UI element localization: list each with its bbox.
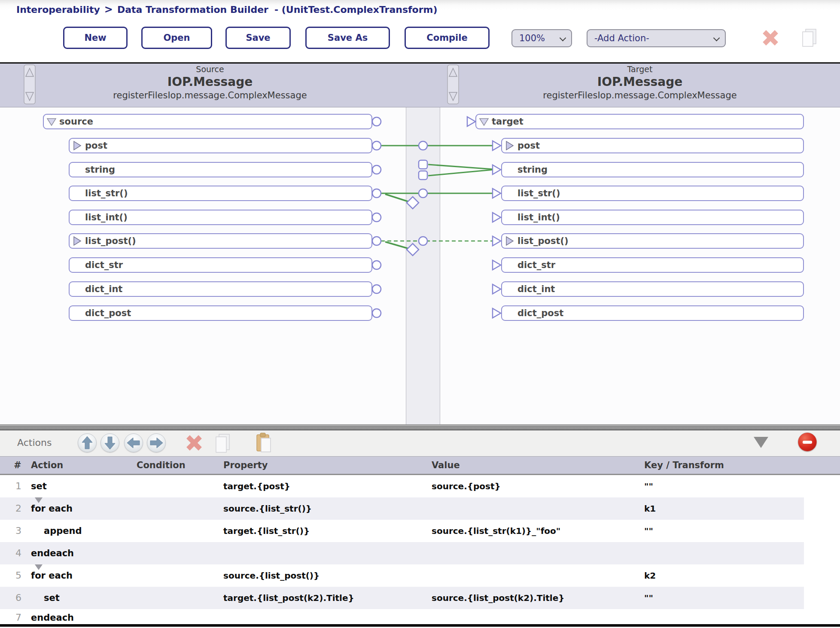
- left-arrow-icon: [125, 434, 143, 452]
- expand-triangle-icon[interactable]: [72, 235, 85, 247]
- breadcrumb: Interoperability>Data Transformation Bui…: [16, 3, 438, 15]
- down-arrow-icon: [101, 434, 119, 452]
- foreach-dropdown-icon[interactable]: [35, 497, 43, 503]
- expand-triangle-icon[interactable]: [505, 235, 517, 247]
- breadcrumb-page-title: Data Transformation Builder: [117, 4, 268, 15]
- zoom-value: 100%: [519, 33, 545, 43]
- row-number: 5: [10, 564, 21, 587]
- target-node-dict_int[interactable]: dict_int: [501, 281, 804, 297]
- target-node-post[interactable]: post: [501, 138, 804, 153]
- node-label: dict_post: [85, 308, 131, 318]
- new-button[interactable]: New: [63, 27, 128, 49]
- target-scroll-spinner[interactable]: [447, 64, 459, 104]
- move-right-button[interactable]: [147, 433, 166, 452]
- key-cell: k2: [644, 564, 656, 587]
- node-label: list_str(): [517, 188, 560, 198]
- target-node-dict_post[interactable]: dict_post: [501, 305, 804, 321]
- action-cell: set: [31, 475, 47, 497]
- actions-title: Actions: [17, 437, 52, 448]
- source-node-post[interactable]: post: [69, 138, 372, 153]
- copy-action-icon[interactable]: [215, 433, 231, 453]
- action-row-6[interactable]: 6 set target.{list_post(k2).Title} sourc…: [0, 587, 804, 609]
- key-cell: "": [644, 587, 653, 609]
- disable-action-icon[interactable]: [798, 433, 817, 451]
- target-node-list_int[interactable]: list_int(): [501, 210, 804, 225]
- node-label: dict_post: [517, 308, 563, 318]
- property-cell: target.{list_str()}: [223, 520, 310, 542]
- value-cell: source.{post}: [432, 475, 501, 497]
- value-cell: source.{list_str(k1)}_"foo": [432, 520, 560, 542]
- expand-triangle-icon[interactable]: [505, 140, 517, 151]
- node-label: post: [85, 140, 107, 151]
- node-label: dict_str: [85, 260, 123, 270]
- target-class-name: IOP.Message: [440, 74, 840, 89]
- col-value: Value: [432, 457, 460, 474]
- source-root-node[interactable]: source: [43, 114, 372, 129]
- property-cell: source.{list_post()}: [223, 564, 320, 587]
- target-role-label: Target: [440, 64, 840, 74]
- row-number: 4: [10, 542, 21, 564]
- action-row-7[interactable]: 7 endeach: [0, 609, 804, 624]
- up-arrow-icon: [78, 434, 96, 452]
- action-cell: set: [44, 587, 60, 609]
- delete-x-icon[interactable]: [762, 29, 779, 46]
- move-down-button[interactable]: [100, 433, 119, 452]
- zoom-select[interactable]: 100%: [511, 29, 572, 47]
- action-row-2[interactable]: 2 for each source.{list_str()} k1: [0, 497, 804, 520]
- right-arrow-icon: [147, 434, 165, 452]
- source-node-dict_post[interactable]: dict_post: [69, 305, 372, 321]
- node-label: list_int(): [517, 212, 560, 223]
- source-node-list_str[interactable]: list_str(): [69, 186, 372, 201]
- target-node-list_post[interactable]: list_post(): [501, 233, 804, 249]
- open-button[interactable]: Open: [141, 27, 212, 49]
- collapse-actions-icon[interactable]: [754, 437, 768, 448]
- foreach-dropdown-icon[interactable]: [35, 564, 43, 570]
- target-root-node[interactable]: target: [475, 114, 804, 129]
- source-node-list_int[interactable]: list_int(): [69, 210, 372, 225]
- source-node-dict_str[interactable]: dict_str: [69, 257, 372, 273]
- source-scroll-spinner[interactable]: [24, 64, 36, 104]
- source-role-label: Source: [0, 64, 420, 74]
- target-node-list_str[interactable]: list_str(): [501, 186, 804, 201]
- action-row-4[interactable]: 4 endeach: [0, 542, 804, 564]
- paste-action-icon[interactable]: [255, 432, 272, 453]
- property-cell: target.{list_post(k2).Title}: [223, 587, 354, 609]
- action-cell: endeach: [31, 609, 74, 626]
- source-node-dict_int[interactable]: dict_int: [69, 281, 372, 297]
- node-label: dict_int: [517, 284, 555, 294]
- save-as-button[interactable]: Save As: [305, 27, 390, 49]
- breadcrumb-interoperability[interactable]: Interoperability: [16, 4, 100, 15]
- target-node-string[interactable]: string: [501, 162, 804, 177]
- key-cell: k1: [644, 497, 656, 520]
- source-node-string[interactable]: string: [69, 162, 372, 177]
- source-node-list_post[interactable]: list_post(): [69, 233, 372, 249]
- delete-action-icon[interactable]: [185, 433, 204, 452]
- save-button[interactable]: Save: [225, 27, 291, 49]
- property-cell: source.{list_str()}: [223, 497, 312, 520]
- action-row-1[interactable]: 1 set target.{post} source.{post} "": [0, 475, 804, 497]
- action-row-5[interactable]: 5 for each source.{list_post()} k2: [0, 564, 804, 587]
- action-row-3[interactable]: 3 append target.{list_str()} source.{lis…: [0, 520, 804, 542]
- add-action-select[interactable]: -Add Action-: [587, 29, 726, 47]
- compile-button[interactable]: Compile: [405, 27, 490, 49]
- copy-icon[interactable]: [801, 28, 818, 47]
- target-node-dict_str[interactable]: dict_str: [501, 257, 804, 273]
- node-label: dict_str: [517, 260, 555, 270]
- collapse-triangle-icon[interactable]: [479, 116, 492, 127]
- node-label: list_int(): [85, 212, 128, 223]
- expand-triangle-icon[interactable]: [72, 140, 85, 151]
- source-subtitle: registerFilesIop.message.ComplexMessage: [0, 89, 420, 101]
- col-action: Action: [31, 457, 63, 474]
- col-property: Property: [223, 457, 268, 474]
- collapse-triangle-icon[interactable]: [46, 116, 59, 127]
- col-num: #: [14, 457, 21, 474]
- key-cell: "": [644, 475, 653, 497]
- move-up-button[interactable]: [78, 433, 97, 452]
- panel-splitter[interactable]: [0, 424, 840, 430]
- connector-gutter: [406, 107, 440, 424]
- row-number: 6: [10, 587, 21, 609]
- move-left-button[interactable]: [124, 433, 143, 452]
- source-panel-header: Source IOP.Message registerFilesIop.mess…: [0, 64, 420, 101]
- row-number: 1: [10, 475, 21, 497]
- key-cell: "": [644, 520, 653, 542]
